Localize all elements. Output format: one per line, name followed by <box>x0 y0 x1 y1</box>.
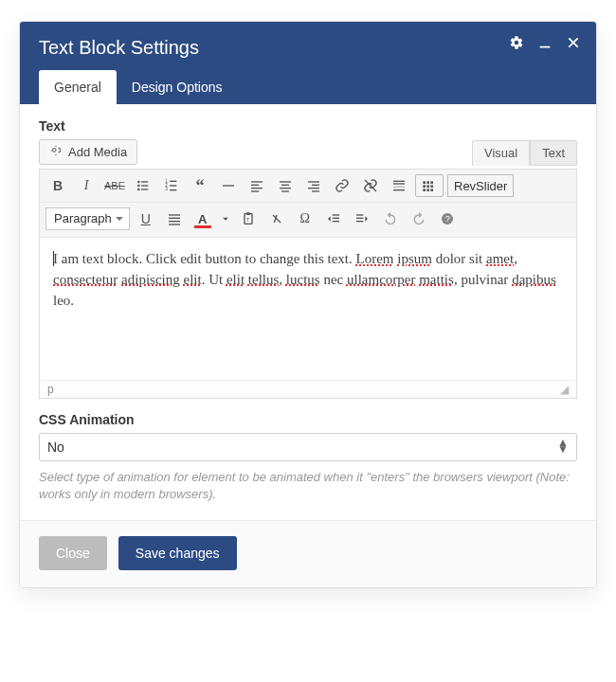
add-media-label: Add Media <box>68 145 127 159</box>
svg-rect-43 <box>169 214 180 215</box>
svg-rect-11 <box>170 181 176 182</box>
svg-rect-16 <box>223 185 234 186</box>
svg-rect-28 <box>312 190 319 191</box>
underline-icon[interactable]: U <box>134 206 158 231</box>
svg-rect-54 <box>356 218 363 219</box>
redo-icon[interactable] <box>407 206 431 231</box>
svg-point-6 <box>137 185 140 188</box>
blockquote-icon[interactable]: “ <box>188 173 212 198</box>
unlink-icon[interactable] <box>358 173 383 198</box>
svg-rect-35 <box>426 181 429 184</box>
svg-rect-45 <box>169 221 180 222</box>
text-block-settings-modal: Text Block Settings General Design Optio… <box>19 21 597 588</box>
svg-rect-42 <box>430 188 433 191</box>
mode-tab-visual[interactable]: Visual <box>472 140 530 166</box>
svg-rect-24 <box>281 190 289 191</box>
settings-gear-icon[interactable] <box>509 35 524 50</box>
format-dropdown[interactable]: Paragraph <box>45 207 130 230</box>
align-right-icon[interactable] <box>301 173 326 198</box>
svg-rect-9 <box>141 188 148 189</box>
css-animation-label: CSS Animation <box>39 412 577 427</box>
svg-rect-13 <box>170 185 176 186</box>
svg-rect-19 <box>251 188 263 188</box>
special-char-icon[interactable]: Ω <box>293 206 317 231</box>
svg-rect-46 <box>169 224 180 224</box>
save-button[interactable]: Save changes <box>118 536 237 570</box>
help-icon[interactable]: ? <box>435 206 460 231</box>
clear-formatting-icon[interactable] <box>264 206 289 231</box>
mode-tab-text[interactable]: Text <box>530 140 577 166</box>
align-center-icon[interactable] <box>273 173 298 198</box>
svg-rect-48 <box>246 212 250 215</box>
svg-text:?: ? <box>445 214 450 224</box>
italic-icon[interactable]: I <box>74 173 99 198</box>
element-path[interactable]: p <box>47 383 54 396</box>
svg-rect-52 <box>332 221 338 222</box>
svg-rect-20 <box>251 190 259 191</box>
bulleted-list-icon[interactable] <box>131 173 155 198</box>
insert-more-icon[interactable] <box>387 173 411 198</box>
svg-rect-34 <box>423 181 426 184</box>
svg-rect-50 <box>332 214 338 215</box>
svg-rect-38 <box>426 185 429 188</box>
indent-icon[interactable] <box>350 206 374 231</box>
modal-header: Text Block Settings General Design Optio… <box>20 22 596 104</box>
editor-top-row: Add Media Visual Text <box>39 139 577 165</box>
css-animation-select-wrap: No ▲▼ <box>39 433 577 461</box>
svg-rect-7 <box>141 185 148 186</box>
strikethrough-icon[interactable]: ABE <box>102 173 127 198</box>
svg-rect-36 <box>430 181 433 184</box>
bold-icon[interactable]: B <box>45 173 70 198</box>
undo-icon[interactable] <box>378 206 403 231</box>
editor-content-area[interactable]: I am text block. Click edit button to ch… <box>40 238 576 380</box>
svg-rect-32 <box>393 187 405 188</box>
svg-rect-53 <box>356 214 363 215</box>
svg-rect-37 <box>423 185 426 188</box>
chevron-down-icon[interactable] <box>219 206 232 231</box>
paste-text-icon[interactable]: T <box>236 206 261 231</box>
svg-point-8 <box>137 188 140 191</box>
modal-tabs: General Design Options <box>39 70 577 104</box>
modal-footer: Close Save changes <box>20 520 596 587</box>
numbered-list-icon[interactable]: 123 <box>159 173 184 198</box>
svg-point-4 <box>137 181 140 184</box>
svg-text:T: T <box>246 217 250 223</box>
svg-rect-30 <box>393 181 405 182</box>
tab-design-options[interactable]: Design Options <box>117 70 238 104</box>
svg-rect-31 <box>393 183 405 184</box>
css-animation-help: Select type of animation for element to … <box>39 469 577 503</box>
css-animation-select[interactable]: No <box>40 434 576 460</box>
editor-mode-tabs: Visual Text <box>472 139 577 165</box>
rich-text-editor: B I ABE 123 “ RevSlider Paragraph U <box>39 169 577 399</box>
tab-general[interactable]: General <box>39 70 117 104</box>
svg-text:3: 3 <box>165 187 168 191</box>
svg-rect-15 <box>170 189 176 190</box>
link-icon[interactable] <box>330 173 354 198</box>
window-controls <box>509 35 581 50</box>
svg-rect-17 <box>251 181 263 182</box>
close-button[interactable]: Close <box>39 536 107 570</box>
resize-grip-icon[interactable]: ◢ <box>560 383 569 396</box>
svg-rect-5 <box>141 181 148 182</box>
toolbar-toggle-icon[interactable] <box>415 174 444 197</box>
outdent-icon[interactable] <box>321 206 346 231</box>
align-justify-icon[interactable] <box>162 206 187 231</box>
svg-rect-44 <box>169 218 180 219</box>
toolbar-row-1: B I ABE 123 “ RevSlider <box>40 170 576 203</box>
svg-rect-27 <box>308 188 319 188</box>
minimize-icon[interactable] <box>537 35 553 50</box>
horizontal-rule-icon[interactable] <box>216 173 241 198</box>
revslider-button[interactable]: RevSlider <box>447 174 514 197</box>
media-icon <box>49 144 63 160</box>
align-left-icon[interactable] <box>245 173 269 198</box>
svg-rect-55 <box>356 221 363 222</box>
text-color-icon[interactable] <box>190 206 215 231</box>
close-icon[interactable] <box>566 35 581 50</box>
add-media-button[interactable]: Add Media <box>39 139 137 165</box>
text-field-label: Text <box>39 118 577 134</box>
svg-rect-21 <box>280 181 291 182</box>
svg-rect-23 <box>280 188 291 188</box>
svg-point-3 <box>53 149 57 153</box>
svg-rect-33 <box>393 189 405 190</box>
svg-rect-25 <box>308 181 319 182</box>
